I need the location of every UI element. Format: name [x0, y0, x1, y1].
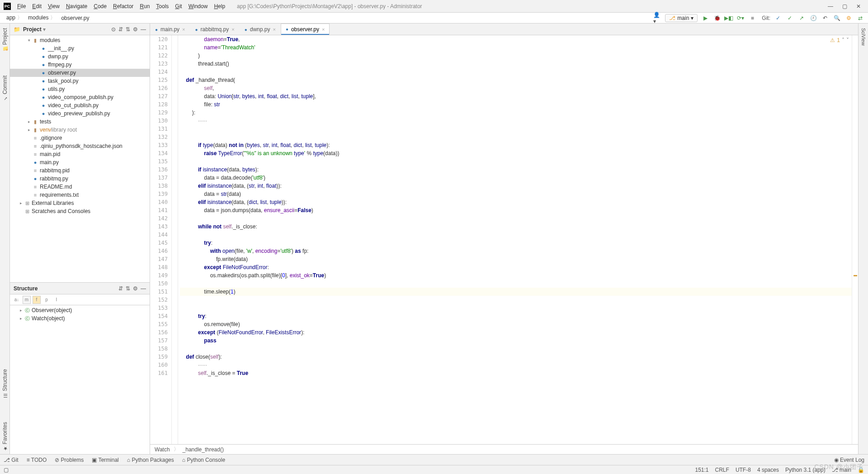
collapse-icon[interactable]: ⇅ — [126, 26, 130, 33]
menu-run[interactable]: Run — [137, 2, 152, 10]
tree-node[interactable]: ≡rabbitmq.pid — [10, 166, 150, 175]
tree-node[interactable]: ≡README.md — [10, 183, 150, 191]
tree-node[interactable]: ▸▮tests — [10, 118, 150, 126]
breadcrumb-file[interactable]: observer.py — [58, 14, 92, 22]
commit-tool-tab[interactable]: ✓ Commit — [1, 73, 9, 104]
menu-edit[interactable]: Edit — [29, 2, 44, 10]
project-tool-tab[interactable]: 📁 Project — [1, 25, 9, 55]
menu-help[interactable]: Help — [211, 2, 228, 10]
menu-view[interactable]: View — [45, 2, 62, 10]
stop-button[interactable]: ■ — [748, 14, 756, 22]
tree-node[interactable]: ●dwnp.py — [10, 52, 150, 61]
structure-node[interactable]: ▸ⓒWatch(object) — [10, 314, 150, 322]
tree-node[interactable]: ≡requirements.txt — [10, 191, 150, 199]
tree-node[interactable]: ≡main.pid — [10, 150, 150, 158]
file-encoding[interactable]: UTF-8 — [736, 467, 751, 473]
tree-node[interactable]: ▸▮venv library root — [10, 126, 150, 134]
collapse-icon[interactable]: ⇅ — [126, 285, 130, 292]
tree-node[interactable]: ●ffmpeg.py — [10, 61, 150, 69]
git-branch-status[interactable]: ⎇ main — [832, 467, 851, 473]
tree-node[interactable]: ▾▮modules — [10, 36, 150, 44]
coverage-button[interactable]: ▶◧ — [725, 14, 733, 22]
tree-node[interactable]: ≡.gitignore — [10, 134, 150, 142]
close-tab-icon[interactable]: × — [322, 27, 325, 32]
error-stripe[interactable] — [852, 35, 858, 444]
close-tab-icon[interactable]: × — [273, 27, 275, 32]
tree-node[interactable]: ●video_compose_publish.py — [10, 93, 150, 101]
locate-icon[interactable]: ⊙ — [111, 26, 116, 33]
crumb-method[interactable]: _handle_thread() — [183, 446, 224, 453]
code-editor[interactable]: 120 121 122 123 124 125 126 127 128 129 … — [150, 35, 858, 444]
tree-node[interactable]: ●task_pool.py — [10, 77, 150, 85]
caret-position[interactable]: 151:1 — [695, 467, 709, 473]
debug-button[interactable]: 🐞 — [713, 14, 721, 22]
settings-icon[interactable]: ⚙ — [133, 285, 138, 292]
filter-p-icon[interactable]: p — [42, 296, 51, 304]
tree-node[interactable]: ●main.py — [10, 158, 150, 166]
sort-alpha-icon[interactable]: a↓ — [13, 296, 21, 304]
hide-icon[interactable]: — — [141, 285, 146, 292]
git-update-icon[interactable]: ✓ — [774, 14, 782, 22]
sync-icon[interactable]: ⇄ — [856, 14, 864, 22]
tree-node[interactable]: ●__init__.py — [10, 44, 150, 52]
code-area[interactable]: daemon=True, name='ThreadWatch' ) thread… — [178, 35, 852, 444]
pypackages-tab[interactable]: ⌂ Python Packages — [127, 457, 174, 463]
close-tab-icon[interactable]: × — [231, 27, 234, 32]
crumb-class[interactable]: Watch — [155, 446, 170, 453]
favorites-tool-tab[interactable]: ★ Favorites — [1, 419, 9, 454]
maximize-button[interactable]: ▢ — [842, 3, 847, 9]
menu-navigate[interactable]: Navigate — [63, 2, 90, 10]
event-log-tab[interactable]: ◉ Event Log — [834, 457, 864, 463]
pyconsole-tab[interactable]: ⌂ Python Console — [182, 457, 225, 463]
project-tree[interactable]: ▾▮modules●__init__.py●dwnp.py●ffmpeg.py●… — [10, 35, 150, 282]
sciview-tab[interactable]: SciView — [860, 25, 867, 48]
menu-file[interactable]: File — [14, 2, 28, 10]
menu-code[interactable]: Code — [91, 2, 109, 10]
project-view-combo[interactable]: Project — [23, 26, 46, 33]
expand-icon[interactable]: ⇵ — [118, 26, 123, 33]
menu-refactor[interactable]: Refactor — [110, 2, 136, 10]
breadcrumb-app[interactable]: app — [4, 13, 25, 23]
git-tab[interactable]: ⎇ Git — [4, 457, 19, 463]
indent-settings[interactable]: 4 spaces — [757, 467, 779, 473]
expand-icon[interactable]: ⇵ — [118, 285, 123, 292]
hide-icon[interactable]: — — [141, 26, 146, 33]
problems-tab[interactable]: ⊘ Problems — [55, 457, 84, 463]
ide-settings-icon[interactable]: ⚙ — [844, 14, 853, 22]
structure-node[interactable]: ▸ⓒObserver(object) — [10, 306, 150, 314]
editor-tab[interactable]: ●rabbitmq.py× — [190, 24, 240, 35]
filter-i-icon[interactable]: I — [52, 296, 61, 304]
close-tab-icon[interactable]: × — [182, 27, 185, 32]
git-push-icon[interactable]: ↗ — [797, 14, 806, 22]
terminal-tab[interactable]: ▣ Terminal — [92, 457, 118, 463]
structure-tree[interactable]: ▸ⓒObserver(object)▸ⓒWatch(object) — [10, 305, 150, 454]
inspection-widget[interactable]: ⚠1 ˄˅ — [830, 37, 849, 43]
add-user-icon[interactable]: 👤▾ — [653, 14, 661, 22]
tree-node[interactable]: ●rabbitmq.py — [10, 175, 150, 183]
minimize-button[interactable]: — — [828, 3, 833, 9]
tree-node[interactable]: ⊞Scratches and Consoles — [10, 207, 150, 215]
close-button[interactable]: ✕ — [856, 3, 861, 9]
menu-tools[interactable]: Tools — [153, 2, 171, 10]
tree-node[interactable]: ●video_cut_publish.py — [10, 101, 150, 109]
structure-tool-tab[interactable]: ☰ Structure — [1, 366, 9, 401]
lock-icon[interactable]: 🔒 — [858, 467, 864, 473]
tree-node[interactable]: ≡.qiniu_pythonsdk_hostscache.json — [10, 142, 150, 150]
profile-button[interactable]: ⟳▾ — [736, 14, 745, 22]
menu-git[interactable]: Git — [172, 2, 184, 10]
editor-tab[interactable]: ●observer.py× — [281, 24, 330, 35]
settings-icon[interactable]: ⚙ — [133, 26, 138, 33]
branch-selector[interactable]: main ▾ — [665, 14, 698, 22]
tree-node[interactable]: ●utils.py — [10, 85, 150, 93]
interpreter[interactable]: Python 3.1 (app) — [785, 467, 826, 473]
editor-tab[interactable]: ●main.py× — [150, 24, 190, 35]
menu-window[interactable]: Window — [186, 2, 211, 10]
tree-node[interactable]: ●observer.py — [10, 69, 150, 77]
tree-node[interactable]: ●video_preview_publish.py — [10, 109, 150, 118]
git-history-icon[interactable]: 🕘 — [809, 14, 817, 22]
run-button[interactable]: ▶ — [701, 14, 709, 22]
breadcrumb-modules[interactable]: modules — [25, 13, 58, 23]
editor-tab[interactable]: ●dwnp.py× — [240, 24, 281, 35]
git-revert-icon[interactable]: ↶ — [821, 14, 829, 22]
filter-m-icon[interactable]: m — [23, 296, 31, 304]
